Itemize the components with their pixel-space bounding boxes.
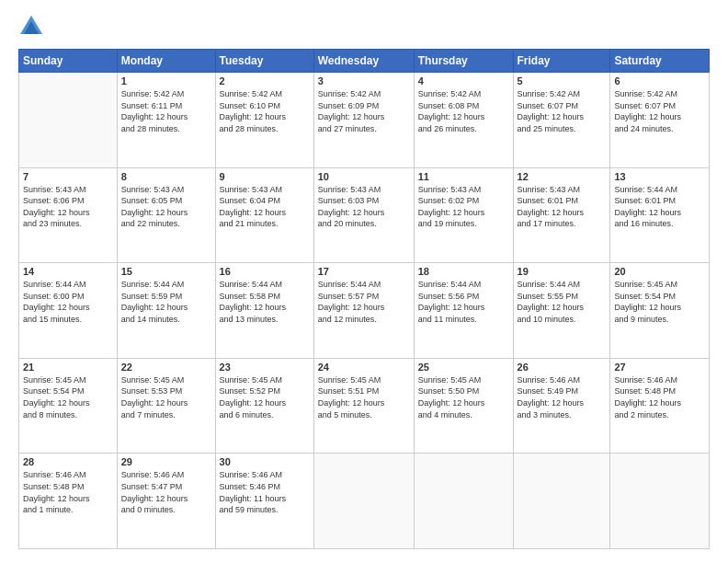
- day-info: Sunrise: 5:44 AM Sunset: 5:56 PM Dayligh…: [418, 279, 509, 325]
- calendar-day-cell: [414, 454, 513, 549]
- calendar-day-cell: 17Sunrise: 5:44 AM Sunset: 5:57 PM Dayli…: [313, 263, 414, 359]
- day-info: Sunrise: 5:42 AM Sunset: 6:11 PM Dayligh…: [121, 88, 211, 134]
- day-info: Sunrise: 5:44 AM Sunset: 5:55 PM Dayligh…: [518, 279, 607, 325]
- calendar-day-cell: 11Sunrise: 5:43 AM Sunset: 6:02 PM Dayli…: [414, 167, 513, 263]
- day-number: 11: [418, 171, 509, 182]
- day-number: 16: [220, 266, 310, 277]
- day-number: 5: [518, 75, 607, 86]
- day-number: 9: [220, 171, 310, 182]
- calendar-day-cell: 23Sunrise: 5:45 AM Sunset: 5:52 PM Dayli…: [215, 358, 313, 454]
- day-info: Sunrise: 5:46 AM Sunset: 5:49 PM Dayligh…: [518, 374, 607, 420]
- calendar-col-header: Friday: [513, 50, 610, 73]
- day-info: Sunrise: 5:44 AM Sunset: 5:59 PM Dayligh…: [121, 279, 211, 325]
- day-number: 19: [518, 266, 607, 277]
- day-number: 28: [23, 456, 113, 467]
- day-number: 7: [23, 171, 113, 182]
- day-number: 24: [318, 362, 410, 373]
- calendar-day-cell: 16Sunrise: 5:44 AM Sunset: 5:58 PM Dayli…: [215, 263, 313, 359]
- logo: [18, 14, 48, 40]
- day-info: Sunrise: 5:44 AM Sunset: 5:58 PM Dayligh…: [220, 279, 310, 325]
- day-number: 10: [318, 171, 410, 182]
- day-number: 18: [418, 266, 509, 277]
- day-info: Sunrise: 5:43 AM Sunset: 6:03 PM Dayligh…: [318, 184, 410, 230]
- day-info: Sunrise: 5:43 AM Sunset: 6:05 PM Dayligh…: [121, 184, 211, 230]
- calendar-day-cell: 30Sunrise: 5:46 AM Sunset: 5:46 PM Dayli…: [215, 454, 313, 549]
- day-info: Sunrise: 5:46 AM Sunset: 5:46 PM Dayligh…: [220, 469, 310, 515]
- calendar-day-cell: 6Sunrise: 5:42 AM Sunset: 6:07 PM Daylig…: [610, 73, 710, 168]
- calendar-day-cell: 4Sunrise: 5:42 AM Sunset: 6:08 PM Daylig…: [414, 73, 513, 168]
- day-info: Sunrise: 5:43 AM Sunset: 6:04 PM Dayligh…: [220, 184, 310, 230]
- day-info: Sunrise: 5:44 AM Sunset: 6:00 PM Dayligh…: [23, 279, 113, 325]
- calendar-col-header: Tuesday: [215, 50, 313, 73]
- calendar-col-header: Saturday: [610, 50, 710, 73]
- day-info: Sunrise: 5:45 AM Sunset: 5:54 PM Dayligh…: [23, 374, 113, 420]
- calendar-day-cell: 27Sunrise: 5:46 AM Sunset: 5:48 PM Dayli…: [610, 358, 710, 454]
- day-number: 25: [418, 362, 509, 373]
- calendar-day-cell: 19Sunrise: 5:44 AM Sunset: 5:55 PM Dayli…: [513, 263, 610, 359]
- day-info: Sunrise: 5:42 AM Sunset: 6:10 PM Dayligh…: [220, 88, 310, 134]
- day-number: 30: [220, 456, 310, 467]
- calendar-table: SundayMondayTuesdayWednesdayThursdayFrid…: [18, 49, 710, 549]
- day-info: Sunrise: 5:43 AM Sunset: 6:01 PM Dayligh…: [518, 184, 607, 230]
- day-info: Sunrise: 5:43 AM Sunset: 6:06 PM Dayligh…: [23, 184, 113, 230]
- logo-icon: [18, 14, 44, 40]
- day-number: 4: [418, 75, 509, 86]
- calendar-day-cell: 24Sunrise: 5:45 AM Sunset: 5:51 PM Dayli…: [313, 358, 414, 454]
- calendar-week-row: 7Sunrise: 5:43 AM Sunset: 6:06 PM Daylig…: [19, 167, 710, 263]
- calendar-day-cell: 18Sunrise: 5:44 AM Sunset: 5:56 PM Dayli…: [414, 263, 513, 359]
- day-number: 1: [121, 75, 211, 86]
- calendar-col-header: Thursday: [414, 50, 513, 73]
- calendar-day-cell: 7Sunrise: 5:43 AM Sunset: 6:06 PM Daylig…: [19, 167, 118, 263]
- calendar-day-cell: 15Sunrise: 5:44 AM Sunset: 5:59 PM Dayli…: [117, 263, 215, 359]
- header: [18, 14, 710, 40]
- calendar-day-cell: 29Sunrise: 5:46 AM Sunset: 5:47 PM Dayli…: [117, 454, 215, 549]
- day-info: Sunrise: 5:45 AM Sunset: 5:50 PM Dayligh…: [418, 374, 509, 420]
- calendar-day-cell: 25Sunrise: 5:45 AM Sunset: 5:50 PM Dayli…: [414, 358, 513, 454]
- day-info: Sunrise: 5:43 AM Sunset: 6:02 PM Dayligh…: [418, 184, 509, 230]
- day-number: 13: [614, 171, 705, 182]
- calendar-day-cell: 2Sunrise: 5:42 AM Sunset: 6:10 PM Daylig…: [215, 73, 313, 168]
- calendar-day-cell: 14Sunrise: 5:44 AM Sunset: 6:00 PM Dayli…: [19, 263, 118, 359]
- calendar-day-cell: 10Sunrise: 5:43 AM Sunset: 6:03 PM Dayli…: [313, 167, 414, 263]
- day-info: Sunrise: 5:45 AM Sunset: 5:54 PM Dayligh…: [614, 279, 705, 325]
- day-number: 22: [121, 362, 211, 373]
- calendar-day-cell: 20Sunrise: 5:45 AM Sunset: 5:54 PM Dayli…: [610, 263, 710, 359]
- day-info: Sunrise: 5:44 AM Sunset: 5:57 PM Dayligh…: [318, 279, 410, 325]
- calendar-day-cell: 26Sunrise: 5:46 AM Sunset: 5:49 PM Dayli…: [513, 358, 610, 454]
- day-info: Sunrise: 5:44 AM Sunset: 6:01 PM Dayligh…: [614, 184, 705, 230]
- day-number: 20: [614, 266, 705, 277]
- calendar-day-cell: 12Sunrise: 5:43 AM Sunset: 6:01 PM Dayli…: [513, 167, 610, 263]
- calendar-day-cell: 5Sunrise: 5:42 AM Sunset: 6:07 PM Daylig…: [513, 73, 610, 168]
- day-number: 8: [121, 171, 211, 182]
- calendar-week-row: 1Sunrise: 5:42 AM Sunset: 6:11 PM Daylig…: [19, 73, 710, 168]
- day-number: 21: [23, 362, 113, 373]
- calendar-day-cell: 21Sunrise: 5:45 AM Sunset: 5:54 PM Dayli…: [19, 358, 118, 454]
- calendar-day-cell: [610, 454, 710, 549]
- day-info: Sunrise: 5:42 AM Sunset: 6:07 PM Dayligh…: [614, 88, 705, 134]
- day-number: 14: [23, 266, 113, 277]
- day-number: 2: [220, 75, 310, 86]
- calendar-day-cell: 1Sunrise: 5:42 AM Sunset: 6:11 PM Daylig…: [117, 73, 215, 168]
- day-info: Sunrise: 5:42 AM Sunset: 6:09 PM Dayligh…: [318, 88, 410, 134]
- calendar-day-cell: 28Sunrise: 5:46 AM Sunset: 5:48 PM Dayli…: [19, 454, 118, 549]
- calendar-day-cell: 9Sunrise: 5:43 AM Sunset: 6:04 PM Daylig…: [215, 167, 313, 263]
- day-number: 15: [121, 266, 211, 277]
- day-number: 26: [518, 362, 607, 373]
- day-info: Sunrise: 5:46 AM Sunset: 5:48 PM Dayligh…: [614, 374, 705, 420]
- day-number: 27: [614, 362, 705, 373]
- day-info: Sunrise: 5:42 AM Sunset: 6:07 PM Dayligh…: [518, 88, 607, 134]
- calendar-day-cell: [19, 73, 118, 168]
- calendar-day-cell: 8Sunrise: 5:43 AM Sunset: 6:05 PM Daylig…: [117, 167, 215, 263]
- calendar-col-header: Monday: [117, 50, 215, 73]
- day-number: 17: [318, 266, 410, 277]
- calendar-day-cell: [513, 454, 610, 549]
- calendar-week-row: 14Sunrise: 5:44 AM Sunset: 6:00 PM Dayli…: [19, 263, 710, 359]
- day-info: Sunrise: 5:46 AM Sunset: 5:48 PM Dayligh…: [23, 469, 113, 515]
- page: SundayMondayTuesdayWednesdayThursdayFrid…: [0, 0, 728, 563]
- calendar-col-header: Wednesday: [313, 50, 414, 73]
- day-info: Sunrise: 5:42 AM Sunset: 6:08 PM Dayligh…: [418, 88, 509, 134]
- calendar-day-cell: [313, 454, 414, 549]
- day-number: 12: [518, 171, 607, 182]
- calendar-col-header: Sunday: [19, 50, 118, 73]
- day-info: Sunrise: 5:45 AM Sunset: 5:51 PM Dayligh…: [318, 374, 410, 420]
